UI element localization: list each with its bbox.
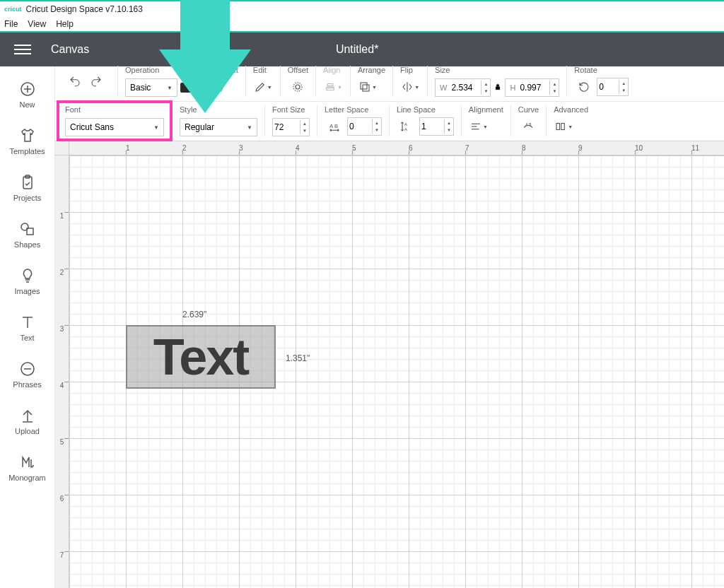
svg-rect-19	[327, 84, 333, 86]
svg-point-17	[296, 85, 300, 89]
svg-text:A B: A B	[525, 122, 532, 127]
curve-button[interactable]: A B	[518, 117, 538, 136]
monogram-icon	[19, 454, 36, 471]
workspace-label: Canvas	[51, 43, 89, 56]
app-header: Canvas Untitled*	[0, 33, 724, 66]
height-dimension: 1.351"	[286, 353, 310, 363]
width-input[interactable]: W ▲▼	[435, 78, 491, 97]
advanced-button[interactable]: ▼	[554, 117, 573, 136]
clipboard-icon	[19, 174, 36, 191]
operation-label: Operation	[125, 66, 193, 74]
letter-space-icon: A B	[325, 117, 344, 136]
sidebar-shapes[interactable]: Shapes	[0, 213, 54, 260]
operation-dropdown[interactable]: Basic▼	[125, 78, 177, 97]
highlight-annotation	[57, 100, 173, 141]
edit-toolbar: Operation Basic▼ Deselect Edit ▼	[55, 66, 724, 102]
letter-space-input[interactable]: ▲▼	[347, 117, 382, 136]
alignment-button[interactable]: ▼	[469, 117, 489, 136]
plus-circle-icon	[19, 81, 36, 98]
svg-text:A: A	[404, 127, 407, 131]
font-size-input[interactable]: ▲▼	[272, 118, 310, 136]
sidebar-images[interactable]: Images	[0, 260, 54, 307]
upload-icon	[19, 407, 36, 424]
height-input[interactable]: H ▲▼	[505, 78, 559, 97]
chat-icon	[19, 360, 36, 377]
width-dimension: 2.639"	[182, 310, 206, 319]
svg-rect-34	[561, 124, 565, 130]
sidebar-monogram[interactable]: Monogram	[0, 447, 54, 493]
undo-button[interactable]	[65, 71, 85, 91]
document-title: Untitled*	[89, 43, 724, 56]
deselect-button[interactable]	[208, 77, 228, 97]
sidebar-phrases[interactable]: Phrases	[0, 353, 54, 400]
rotate-icon[interactable]	[574, 77, 594, 97]
app-logo: cricut	[4, 6, 22, 13]
svg-rect-20	[327, 88, 334, 90]
text-toolbar: Font Cricut Sans▼ Style Regular▼ Font Si…	[55, 102, 724, 141]
arrange-button[interactable]: ▼	[358, 77, 378, 97]
menu-bar: File View Help	[0, 17, 724, 33]
sidebar-templates[interactable]: Templates	[0, 120, 54, 167]
canvas-area[interactable]: 1 2 3 4 5 6 7 8 9 10 11 1 2 3 4 5 6 7	[55, 141, 724, 588]
text-content: Text	[126, 325, 276, 389]
svg-rect-22	[363, 85, 369, 91]
hamburger-button[interactable]	[0, 42, 45, 57]
svg-rect-33	[556, 124, 560, 130]
redo-button[interactable]	[86, 71, 106, 91]
ruler-vertical: 1 2 3 4 5 6 7	[55, 155, 69, 588]
svg-text:A B: A B	[329, 123, 338, 129]
sidebar-projects[interactable]: Projects	[0, 167, 54, 213]
menu-help[interactable]: Help	[56, 19, 74, 29]
svg-rect-23	[496, 87, 500, 90]
ruler-horizontal: 1 2 3 4 5 6 7 8 9 10 11	[69, 141, 724, 155]
shapes-icon	[19, 220, 36, 237]
flip-button[interactable]: ▼	[400, 77, 420, 97]
ruler-corner	[55, 141, 69, 155]
left-sidebar: New Templates Projects Shapes Images Tex…	[0, 66, 55, 588]
lock-aspect-icon[interactable]	[494, 81, 502, 94]
line-space-input[interactable]: ▲▼	[419, 117, 454, 136]
text-object[interactable]: Text	[126, 325, 276, 389]
shirt-icon	[19, 127, 36, 144]
sidebar-upload[interactable]: Upload	[0, 400, 54, 447]
app-title: Cricut Design Space v7.10.163	[26, 4, 143, 14]
menu-view[interactable]: View	[28, 19, 46, 29]
offset-button[interactable]	[288, 77, 308, 97]
title-bar: cricut Cricut Design Space v7.10.163	[0, 0, 724, 17]
rotate-input[interactable]: ▲▼	[597, 78, 629, 96]
sidebar-text[interactable]: Text	[0, 307, 54, 353]
svg-point-16	[293, 83, 302, 91]
sidebar-new[interactable]: New	[0, 74, 54, 120]
svg-text:A: A	[404, 122, 407, 127]
edit-button[interactable]: ▼	[253, 77, 273, 97]
menu-file[interactable]: File	[4, 19, 18, 29]
text-icon	[19, 314, 36, 331]
line-space-icon: AA	[397, 117, 416, 136]
align-button: ▼	[323, 77, 343, 97]
color-swatch[interactable]	[180, 83, 193, 93]
lightbulb-icon	[19, 267, 36, 284]
style-dropdown[interactable]: Regular▼	[180, 118, 257, 136]
svg-rect-21	[361, 83, 367, 89]
